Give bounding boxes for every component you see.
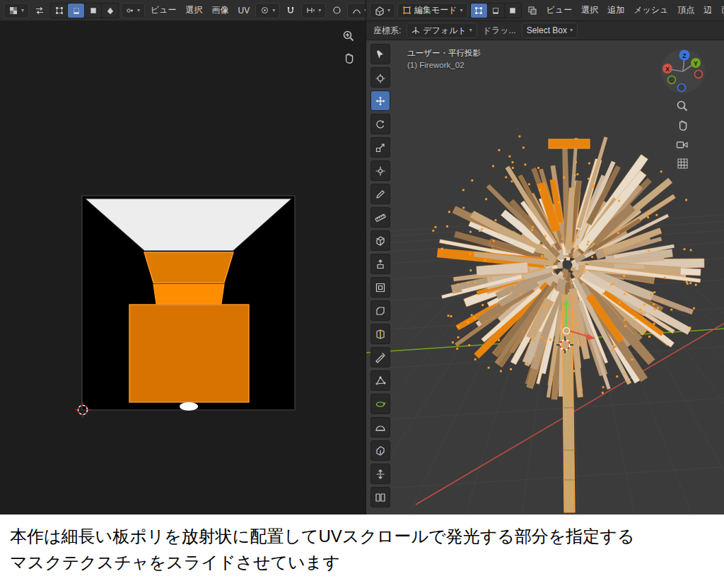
xray-toggle[interactable] [524, 3, 541, 18]
uv-editor-area: ▾ ▾ ビュー 選択 画像 UV ▾ [0, 0, 366, 514]
viewport-area: ▾ 編集モード ▾ ビュー 選択 追加 メッシュ 頂点 辺 面 [366, 0, 724, 514]
object-label: (1) Firework_02 [407, 59, 481, 71]
uv-sync-selection-toggle[interactable] [31, 3, 48, 18]
vp-menu-vertex[interactable]: 頂点 [674, 2, 698, 18]
measure-tool[interactable] [370, 207, 390, 228]
tweak-tool[interactable] [370, 44, 390, 64]
viewport-header: ▾ 編集モード ▾ ビュー 選択 追加 メッシュ 頂点 辺 面 [366, 0, 724, 21]
bevel-tool[interactable] [370, 300, 390, 321]
uv-select-mode-island[interactable] [102, 4, 118, 18]
tool-settings-bar: 座標系: デフォルト ▾ ドラッ... Select Box ▾ [366, 21, 724, 40]
scale-tool[interactable] [370, 137, 390, 158]
uv-menu-uv[interactable]: UV [235, 4, 254, 18]
uv-menu-view[interactable]: ビュー [147, 2, 180, 18]
caption: 本作は細長い板ポリを放射状に配置してUVスクロールで発光する部分を指定する マス… [0, 514, 724, 588]
uv-menu-image[interactable]: 画像 [209, 2, 233, 18]
gizmo-x-label: X [665, 66, 670, 73]
uv-island-body[interactable] [129, 305, 249, 402]
uv-editor-icon [8, 6, 18, 16]
uv-select-mode-edge[interactable] [68, 4, 84, 18]
proportional-editing-toggle[interactable] [328, 3, 345, 18]
viewport-overlay-text: ユーザー・平行投影 (1) Firework_02 [407, 47, 481, 71]
uv-select-mode-group [50, 3, 119, 18]
add-cube-tool[interactable] [370, 230, 390, 251]
sticky-selection-dropdown[interactable]: ▾ [121, 3, 145, 18]
rip-region-tool[interactable] [370, 487, 390, 507]
uv-select-mode-vertex[interactable] [51, 4, 67, 18]
gizmo-x-neg-ball[interactable] [695, 71, 703, 78]
vp-menu-view[interactable]: ビュー [543, 2, 576, 18]
camera-view-icon[interactable] [676, 139, 689, 151]
pan-hand-icon[interactable] [676, 119, 689, 132]
zoom-icon[interactable] [340, 28, 357, 44]
gizmo-y-label: Y [694, 60, 698, 67]
orientation-icon [411, 26, 420, 35]
gizmo-y-neg-ball[interactable] [668, 76, 676, 84]
rotate-tool[interactable] [370, 114, 390, 134]
pan-hand-icon[interactable] [340, 51, 357, 66]
annotate-tool[interactable] [370, 184, 390, 204]
editor-type-dropdown-3d[interactable]: ▾ [370, 3, 395, 18]
transform-tool[interactable] [370, 160, 390, 181]
proportional-falloff-dropdown[interactable]: ▾ [347, 3, 366, 18]
shrink-fatten-tool[interactable] [370, 464, 390, 484]
drag-label: ドラッ... [483, 25, 516, 37]
select-mode-edge[interactable] [488, 4, 504, 18]
caption-line-1: 本作は細長い板ポリを放射状に配置してUVスクロールで発光する部分を指定する [10, 523, 714, 549]
mode-dropdown[interactable]: 編集モード ▾ [397, 3, 468, 18]
viewport-side-controls [676, 100, 689, 170]
uv-island-neck[interactable] [144, 252, 233, 283]
editor-type-dropdown[interactable]: ▾ [4, 3, 29, 18]
snap-toggle[interactable] [282, 3, 299, 18]
uv-canvas[interactable] [0, 21, 366, 514]
poly-build-tool[interactable] [370, 370, 390, 391]
inset-faces-tool[interactable] [370, 277, 390, 298]
select-mode-vertex[interactable] [471, 4, 487, 18]
extrude-region-tool[interactable] [370, 254, 390, 274]
uv-island-blob[interactable] [180, 402, 198, 411]
spin-tool[interactable] [370, 394, 390, 414]
uv-editor-header: ▾ ▾ ビュー 選択 画像 UV ▾ [0, 0, 366, 21]
uv-layout [0, 21, 366, 514]
caret-icon: ▾ [387, 8, 390, 13]
select-box-dropdown[interactable]: Select Box ▾ [522, 23, 578, 38]
caret-icon: ▾ [570, 28, 573, 33]
snap-target-dropdown[interactable]: ▾ [301, 3, 326, 18]
orientation-label: 座標系: [373, 25, 401, 37]
vp-menu-face[interactable]: 面 [718, 2, 724, 18]
scene-3d [366, 40, 724, 514]
blender-window: ▾ ▾ ビュー 選択 画像 UV ▾ [0, 0, 724, 514]
pivot-dropdown[interactable]: ▾ [255, 3, 280, 18]
viewport-toolbar [370, 44, 390, 507]
gizmo-z-neg-ball[interactable] [678, 84, 686, 92]
uv-island-band[interactable] [153, 284, 224, 304]
edge-slide-tool[interactable] [370, 440, 390, 461]
uv-select-mode-face[interactable] [85, 4, 101, 18]
vp-menu-edge[interactable]: 辺 [700, 2, 716, 18]
viewport-editor-icon [375, 6, 385, 16]
vp-menu-select[interactable]: 選択 [578, 2, 602, 18]
pivot-icon [260, 6, 269, 15]
viewport-canvas[interactable]: ユーザー・平行投影 (1) Firework_02 Z Y X [366, 40, 724, 514]
vp-menu-mesh[interactable]: メッシュ [630, 2, 672, 18]
zoom-icon[interactable] [676, 100, 689, 112]
gizmo-z-label: Z [682, 52, 687, 59]
caret-icon: ▾ [469, 28, 472, 33]
orientation-value: デフォルト [423, 25, 466, 37]
snap-increment-icon [306, 6, 315, 15]
sticky-selection-icon [126, 6, 134, 15]
select-mode-face[interactable] [505, 4, 521, 18]
cursor-tool[interactable] [370, 67, 390, 88]
nav-gizmo[interactable]: Z Y X [659, 46, 708, 95]
uv-menu-select[interactable]: 選択 [182, 2, 206, 18]
falloff-curve-icon [352, 6, 361, 15]
knife-tool[interactable] [370, 347, 390, 368]
caret-icon: ▾ [272, 8, 275, 13]
smooth-tool[interactable] [370, 417, 390, 437]
loop-cut-tool[interactable] [370, 324, 390, 344]
move-tool[interactable] [370, 90, 390, 111]
select-box-value: Select Box [527, 25, 567, 35]
grid-icon[interactable] [677, 158, 689, 170]
vp-menu-add[interactable]: 追加 [604, 2, 628, 18]
orientation-dropdown[interactable]: デフォルト ▾ [407, 23, 477, 38]
